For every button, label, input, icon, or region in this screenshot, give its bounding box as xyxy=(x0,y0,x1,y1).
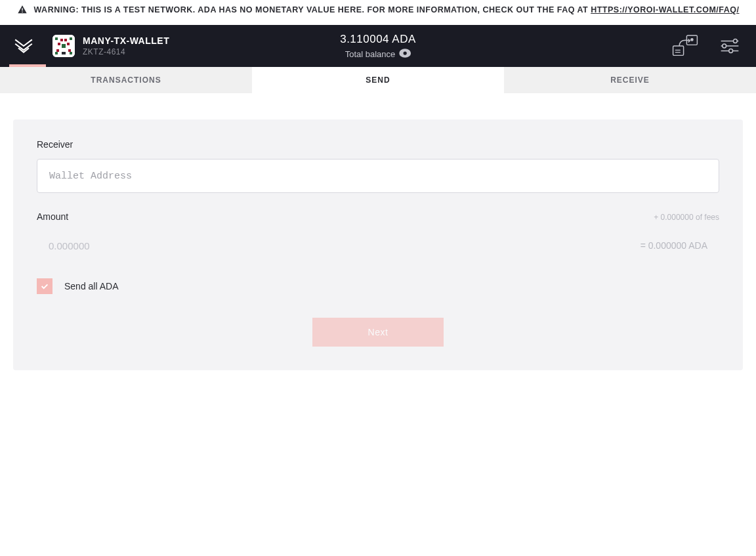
menu-indicator xyxy=(9,64,46,67)
wallet-text: MANY-TX-WALLET ZKTZ-4614 xyxy=(83,35,169,56)
svg-point-16 xyxy=(404,51,407,54)
svg-rect-4 xyxy=(70,37,72,40)
settings-sliders-icon[interactable] xyxy=(717,33,743,59)
amount-label: Amount xyxy=(37,211,68,222)
wallet-id: ZKTZ-4614 xyxy=(83,47,169,56)
warning-text: WARNING: THIS IS A TEST NETWORK. ADA HAS… xyxy=(34,3,740,16)
wallet-avatar xyxy=(52,35,75,57)
svg-rect-9 xyxy=(62,44,66,48)
tab-receive[interactable]: RECEIVE xyxy=(504,67,756,93)
svg-rect-14 xyxy=(62,52,66,54)
content: Receiver Amount + 0.000000 of fees = 0.0… xyxy=(0,93,756,396)
svg-rect-7 xyxy=(58,43,60,45)
app-header: MANY-TX-WALLET ZKTZ-4614 3.110004 ADA To… xyxy=(0,25,756,67)
send-all-checkbox[interactable] xyxy=(37,278,52,294)
amount-input[interactable] xyxy=(37,228,719,263)
svg-rect-1 xyxy=(22,12,22,12)
svg-rect-10 xyxy=(56,49,59,52)
delegation-icon[interactable] xyxy=(672,33,698,59)
send-all-label: Send all ADA xyxy=(64,281,119,291)
svg-rect-8 xyxy=(67,43,70,45)
svg-point-21 xyxy=(733,39,737,43)
next-button[interactable]: Next xyxy=(312,318,444,347)
checkmark-icon xyxy=(40,282,49,291)
amount-input-wrapper: = 0.000000 ADA xyxy=(37,228,719,263)
svg-rect-13 xyxy=(70,52,72,54)
svg-rect-11 xyxy=(68,49,71,52)
svg-rect-6 xyxy=(64,39,67,41)
svg-point-23 xyxy=(723,44,726,48)
fees-text: + 0.000000 of fees xyxy=(654,213,719,222)
receiver-label: Receiver xyxy=(37,139,719,150)
warning-faq-link[interactable]: HTTPS://YOROI-WALLET.COM/FAQ/ xyxy=(591,5,739,14)
svg-point-25 xyxy=(729,49,733,53)
receiver-input[interactable] xyxy=(37,159,719,193)
amount-equals: = 0.000000 ADA xyxy=(640,240,707,251)
svg-rect-5 xyxy=(60,39,63,41)
svg-rect-0 xyxy=(22,8,22,11)
warning-triangle-icon xyxy=(17,5,28,17)
svg-point-19 xyxy=(691,39,693,41)
send-form-card: Receiver Amount + 0.000000 of fees = 0.0… xyxy=(13,119,743,370)
wallet-info[interactable]: MANY-TX-WALLET ZKTZ-4614 xyxy=(52,35,169,57)
warning-text-prefix: WARNING: THIS IS A TEST NETWORK. ADA HAS… xyxy=(34,5,591,14)
receiver-input-wrapper xyxy=(37,159,719,193)
eye-icon[interactable] xyxy=(399,49,411,60)
balance-label: Total balance xyxy=(345,49,396,59)
svg-rect-17 xyxy=(673,46,684,55)
svg-rect-3 xyxy=(55,37,58,40)
header-actions xyxy=(672,33,743,59)
tab-send[interactable]: SEND xyxy=(252,67,504,93)
wallet-name: MANY-TX-WALLET xyxy=(83,35,169,46)
send-all-row: Send all ADA xyxy=(37,278,719,294)
yoroi-icon[interactable] xyxy=(13,35,34,56)
balance-label-row: Total balance xyxy=(345,49,411,60)
svg-rect-12 xyxy=(55,52,58,54)
tab-transactions[interactable]: TRANSACTIONS xyxy=(0,67,252,93)
warning-banner: WARNING: THIS IS A TEST NETWORK. ADA HAS… xyxy=(0,0,756,25)
balance-amount: 3.110004 ADA xyxy=(340,33,416,46)
balance-section: 3.110004 ADA Total balance xyxy=(340,33,416,60)
tabs: TRANSACTIONS SEND RECEIVE xyxy=(0,67,756,93)
amount-header: Amount + 0.000000 of fees xyxy=(37,211,719,222)
